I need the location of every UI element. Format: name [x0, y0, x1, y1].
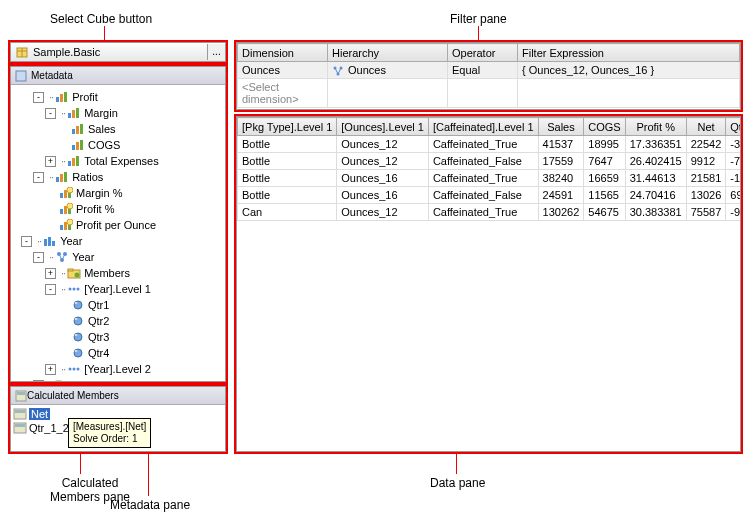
tree-node[interactable]: Qtr3 — [13, 329, 223, 345]
data-cell[interactable]: 17.336351 — [625, 136, 686, 153]
data-cell[interactable]: Ounces_12 — [337, 136, 429, 153]
collapse-icon[interactable]: - — [21, 236, 32, 247]
data-header[interactable]: Sales — [538, 118, 584, 136]
tree-node[interactable]: -··Member Properties — [13, 377, 223, 381]
collapse-icon[interactable]: - — [33, 380, 44, 382]
data-cell[interactable]: 38240 — [538, 170, 584, 187]
data-row[interactable]: BottleOunces_16Caffeinated_True382401665… — [238, 170, 742, 187]
data-cell[interactable]: Caffeinated_False — [428, 153, 538, 170]
tree-node[interactable]: Qtr4 — [13, 345, 223, 361]
filter-placeholder-row[interactable]: <Select dimension> — [238, 79, 740, 108]
data-header[interactable]: Profit % — [625, 118, 686, 136]
data-row[interactable]: BottleOunces_12Caffeinated_False17559764… — [238, 153, 742, 170]
tree-node[interactable]: +··Total Expenses — [13, 153, 223, 169]
data-header[interactable]: [Caffeinated].Level 1 — [428, 118, 538, 136]
data-cell[interactable]: Caffeinated_True — [428, 204, 538, 221]
data-row[interactable]: BottleOunces_12Caffeinated_True415371899… — [238, 136, 742, 153]
data-cell[interactable]: 24.70416 — [625, 187, 686, 204]
data-cell[interactable]: Ounces_12 — [337, 153, 429, 170]
data-cell[interactable]: Bottle — [238, 136, 337, 153]
collapse-icon[interactable]: - — [33, 92, 44, 103]
filter-placeholder-cell[interactable]: <Select dimension> — [238, 79, 328, 108]
data-cell[interactable]: 54675 — [584, 204, 625, 221]
data-header[interactable]: [Pkg Type].Level 1 — [238, 118, 337, 136]
tree-node[interactable]: +··Members — [13, 265, 223, 281]
tree-node[interactable]: Margin % — [13, 185, 223, 201]
data-cell[interactable]: 7647 — [584, 153, 625, 170]
data-row[interactable]: CanOunces_12Caffeinated_True130262546753… — [238, 204, 742, 221]
filter-cell[interactable]: Ounces — [238, 62, 328, 79]
data-cell[interactable]: Caffeinated_True — [428, 136, 538, 153]
filter-header[interactable]: Operator — [448, 44, 518, 62]
data-grid[interactable]: [Pkg Type].Level 1[Ounces].Level 1[Caffe… — [237, 117, 741, 221]
data-cell[interactable]: -78 — [726, 153, 741, 170]
data-cell[interactable]: Ounces_16 — [337, 170, 429, 187]
data-cell[interactable]: 22542 — [686, 136, 726, 153]
data-cell[interactable]: Caffeinated_False — [428, 187, 538, 204]
tree-node[interactable]: +··[Year].Level 2 — [13, 361, 223, 377]
tree-node[interactable]: Sales — [13, 121, 223, 137]
data-cell[interactable]: 30.383381 — [625, 204, 686, 221]
data-header[interactable]: COGS — [584, 118, 625, 136]
expand-icon[interactable]: + — [45, 268, 56, 279]
data-cell[interactable]: -116 — [726, 170, 741, 187]
tree-node[interactable]: Profit per Ounce — [13, 217, 223, 233]
browse-button[interactable]: ... — [207, 44, 225, 60]
data-header[interactable]: Qtr_1_2_Delta — [726, 118, 741, 136]
filter-row[interactable]: OuncesOuncesEqual{ Ounces_12, Ounces_16 … — [238, 62, 740, 79]
collapse-icon[interactable]: - — [33, 252, 44, 263]
data-cell[interactable]: 18995 — [584, 136, 625, 153]
data-cell[interactable]: 16659 — [584, 170, 625, 187]
collapse-icon[interactable]: - — [45, 108, 56, 119]
data-cell[interactable]: 17559 — [538, 153, 584, 170]
data-cell[interactable]: Bottle — [238, 153, 337, 170]
data-header[interactable]: [Ounces].Level 1 — [337, 118, 429, 136]
filter-grid[interactable]: DimensionHierarchyOperatorFilter Express… — [237, 43, 740, 108]
tree-node[interactable]: Qtr1 — [13, 297, 223, 313]
filter-cell[interactable]: Ounces — [328, 62, 448, 79]
filter-cell[interactable]: Equal — [448, 62, 518, 79]
data-cell[interactable]: 13026 — [686, 187, 726, 204]
filter-header[interactable]: Filter Expression — [518, 44, 740, 62]
filter-header[interactable]: Hierarchy — [328, 44, 448, 62]
tree-node[interactable]: COGS — [13, 137, 223, 153]
tree-node[interactable]: -··Year — [13, 249, 223, 265]
collapse-icon[interactable]: - — [45, 284, 56, 295]
data-cell[interactable]: Bottle — [238, 187, 337, 204]
data-cell[interactable]: -999 — [726, 204, 741, 221]
data-cell[interactable]: Ounces_12 — [337, 204, 429, 221]
expand-icon[interactable]: + — [45, 156, 56, 167]
filter-header[interactable]: Dimension — [238, 44, 328, 62]
data-cell[interactable]: 21581 — [686, 170, 726, 187]
data-cell[interactable]: Can — [238, 204, 337, 221]
data-cell[interactable]: 11565 — [584, 187, 625, 204]
filter-empty-cell[interactable] — [518, 79, 740, 108]
tree-node[interactable]: Profit % — [13, 201, 223, 217]
filter-cell[interactable]: { Ounces_12, Ounces_16 } — [518, 62, 740, 79]
tree-node[interactable]: -··Year — [13, 233, 223, 249]
data-cell[interactable]: 69 — [726, 187, 741, 204]
data-cell[interactable]: 75587 — [686, 204, 726, 221]
data-cell[interactable]: -37 — [726, 136, 741, 153]
filter-empty-cell[interactable] — [328, 79, 448, 108]
tree-node[interactable]: -··Margin — [13, 105, 223, 121]
cube-selector[interactable]: Sample.Basic ... — [10, 42, 226, 62]
data-cell[interactable]: Ounces_16 — [337, 187, 429, 204]
tree-node[interactable]: -··Profit — [13, 89, 223, 105]
data-cell[interactable]: 130262 — [538, 204, 584, 221]
data-cell[interactable]: Caffeinated_True — [428, 170, 538, 187]
data-cell[interactable]: 31.44613 — [625, 170, 686, 187]
tree-node[interactable]: Qtr2 — [13, 313, 223, 329]
filter-empty-cell[interactable] — [448, 79, 518, 108]
tree-node[interactable]: -··Ratios — [13, 169, 223, 185]
data-cell[interactable]: 24591 — [538, 187, 584, 204]
data-row[interactable]: BottleOunces_16Caffeinated_False24591115… — [238, 187, 742, 204]
data-cell[interactable]: 9912 — [686, 153, 726, 170]
expand-icon[interactable]: + — [45, 364, 56, 375]
metadata-tree[interactable]: -··Profit-··MarginSalesCOGS+··Total Expe… — [11, 85, 225, 381]
data-cell[interactable]: 26.402415 — [625, 153, 686, 170]
data-cell[interactable]: Bottle — [238, 170, 337, 187]
data-cell[interactable]: 41537 — [538, 136, 584, 153]
collapse-icon[interactable]: - — [33, 172, 44, 183]
tree-node[interactable]: -··[Year].Level 1 — [13, 281, 223, 297]
